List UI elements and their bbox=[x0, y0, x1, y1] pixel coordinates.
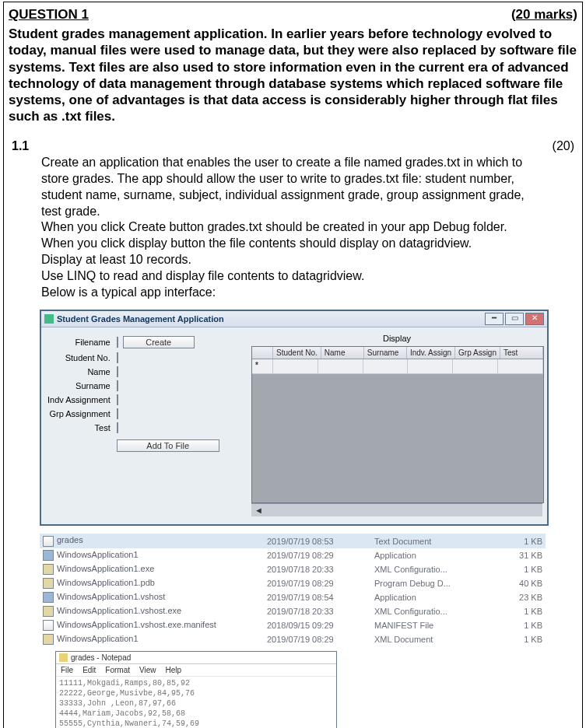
name-label: Name bbox=[46, 365, 115, 379]
file-type: Text Document bbox=[371, 534, 494, 548]
notepad-window: grades - Notepad FileEditFormatViewHelp … bbox=[55, 651, 337, 728]
col-test: Test bbox=[500, 347, 543, 359]
studentno-input[interactable] bbox=[117, 352, 118, 363]
file-type: Application bbox=[371, 590, 494, 604]
window-title: Student Grades Management Application bbox=[57, 314, 224, 324]
display-label[interactable]: Display bbox=[251, 334, 542, 343]
file-name: grades bbox=[57, 535, 83, 544]
maximize-button[interactable]: ▭ bbox=[505, 313, 524, 325]
app-icon bbox=[44, 314, 54, 324]
file-size: 31 KB bbox=[494, 548, 546, 562]
grid-new-row[interactable]: * bbox=[252, 359, 543, 374]
notepad-icon bbox=[59, 653, 68, 662]
input-form: Filename Create Student No. Name Surname bbox=[46, 334, 240, 516]
subq-body: Create an application that enables the u… bbox=[41, 139, 539, 301]
file-row[interactable]: WindowsApplication1.vshost.exe.manifest2… bbox=[40, 618, 546, 632]
file-size: 1 KB bbox=[494, 632, 546, 646]
question-header: QUESTION 1 (20 marks) bbox=[9, 7, 577, 23]
name-input[interactable] bbox=[117, 366, 118, 377]
file-icon bbox=[43, 634, 54, 645]
file-row[interactable]: WindowsApplication1.pdb2019/07/19 08:29P… bbox=[40, 576, 546, 590]
file-row[interactable]: WindowsApplication12019/07/19 08:29XML D… bbox=[40, 632, 546, 646]
file-type: Program Debug D... bbox=[371, 576, 494, 590]
col-name: Name bbox=[321, 347, 364, 359]
subq-number: 1.1 bbox=[12, 139, 41, 301]
file-row[interactable]: WindowsApplication1.vshost2019/07/19 08:… bbox=[40, 590, 546, 604]
subq-marks: (20) bbox=[539, 139, 574, 301]
test-label: Test bbox=[46, 421, 115, 435]
grp-label: Grp Assignment bbox=[46, 407, 115, 421]
question-number: QUESTION 1 bbox=[9, 7, 89, 23]
question-intro: Student grades management application. I… bbox=[9, 26, 577, 125]
exam-page: QUESTION 1 (20 marks) Student grades man… bbox=[3, 2, 583, 728]
notepad-title: grades - Notepad bbox=[71, 653, 131, 662]
file-icon bbox=[43, 606, 54, 617]
file-icon bbox=[43, 620, 54, 631]
add-button[interactable]: Add To File bbox=[117, 439, 219, 452]
file-type: XML Document bbox=[371, 632, 494, 646]
notepad-menubar[interactable]: FileEditFormatViewHelp bbox=[56, 664, 336, 677]
menu-item[interactable]: Format bbox=[105, 666, 130, 674]
create-button[interactable]: Create bbox=[123, 336, 195, 348]
file-size: 1 KB bbox=[494, 604, 546, 618]
file-type: Application bbox=[371, 548, 494, 562]
surname-input[interactable] bbox=[117, 380, 118, 391]
col-surname: Surname bbox=[364, 347, 407, 359]
col-indv: Indv. Assign bbox=[407, 347, 455, 359]
filename-label: Filename bbox=[46, 334, 115, 351]
menu-item[interactable]: Help bbox=[166, 666, 182, 674]
file-type: XML Configuratio... bbox=[371, 562, 494, 576]
file-row[interactable]: WindowsApplication1.vshost.exe2019/07/18… bbox=[40, 604, 546, 618]
file-date: 2019/07/19 08:29 bbox=[264, 576, 371, 590]
file-type: MANIFEST File bbox=[371, 618, 494, 632]
col-grp: Grp Assign bbox=[455, 347, 500, 359]
question-marks: (20 marks) bbox=[511, 7, 577, 23]
grp-input[interactable] bbox=[117, 408, 118, 419]
studentno-label: Student No. bbox=[46, 351, 115, 365]
close-button[interactable]: ✕ bbox=[525, 313, 544, 325]
file-date: 2019/07/18 20:33 bbox=[264, 562, 371, 576]
subq-text: Create an application that enables the u… bbox=[41, 156, 525, 298]
filename-input[interactable] bbox=[117, 337, 118, 348]
file-date: 2018/09/15 09:29 bbox=[264, 618, 371, 632]
file-size: 1 KB bbox=[494, 534, 546, 548]
col-studentno: Student No. bbox=[273, 347, 321, 359]
explorer-file-list: grades2019/07/19 08:53Text Document1 KBW… bbox=[40, 534, 546, 646]
surname-label: Surname bbox=[46, 379, 115, 393]
file-type: XML Configuratio... bbox=[371, 604, 494, 618]
titlebar: Student Grades Management Application ━ … bbox=[41, 311, 547, 327]
file-size: 40 KB bbox=[494, 576, 546, 590]
file-icon bbox=[43, 592, 54, 603]
file-name: WindowsApplication1.exe bbox=[57, 564, 154, 573]
file-size: 1 KB bbox=[494, 562, 546, 576]
datagridview[interactable]: Student No. Name Surname Indv. Assign Gr… bbox=[251, 346, 544, 503]
grid-header: Student No. Name Surname Indv. Assign Gr… bbox=[252, 347, 543, 359]
file-size: 1 KB bbox=[494, 618, 546, 632]
minimize-button[interactable]: ━ bbox=[485, 313, 504, 325]
sub-question: 1.1 Create an application that enables t… bbox=[12, 139, 574, 301]
indv-input[interactable] bbox=[117, 394, 118, 405]
file-icon bbox=[43, 564, 54, 575]
app-window: Student Grades Management Application ━ … bbox=[40, 310, 549, 526]
menu-item[interactable]: Edit bbox=[82, 666, 96, 674]
file-name: WindowsApplication1 bbox=[57, 550, 139, 559]
file-date: 2019/07/19 08:29 bbox=[264, 632, 371, 646]
file-size: 23 KB bbox=[494, 590, 546, 604]
file-icon bbox=[43, 578, 54, 589]
file-name: WindowsApplication1.vshost bbox=[57, 592, 165, 601]
file-name: WindowsApplication1.vshost.exe bbox=[57, 606, 181, 615]
file-icon bbox=[43, 536, 54, 547]
file-icon bbox=[43, 550, 54, 561]
file-date: 2019/07/18 20:33 bbox=[264, 604, 371, 618]
menu-item[interactable]: View bbox=[139, 666, 156, 674]
file-name: WindowsApplication1.vshost.exe.manifest bbox=[57, 620, 216, 629]
file-name: WindowsApplication1.pdb bbox=[57, 578, 155, 587]
menu-item[interactable]: File bbox=[61, 666, 73, 674]
file-row[interactable]: grades2019/07/19 08:53Text Document1 KB bbox=[40, 534, 546, 548]
file-name: WindowsApplication1 bbox=[57, 634, 139, 643]
file-row[interactable]: WindowsApplication1.exe2019/07/18 20:33X… bbox=[40, 562, 546, 576]
file-date: 2019/07/19 08:54 bbox=[264, 590, 371, 604]
grid-scrollbar[interactable]: ◄ bbox=[251, 503, 542, 516]
test-input[interactable] bbox=[117, 422, 118, 433]
file-row[interactable]: WindowsApplication12019/07/19 08:29Appli… bbox=[40, 548, 546, 562]
